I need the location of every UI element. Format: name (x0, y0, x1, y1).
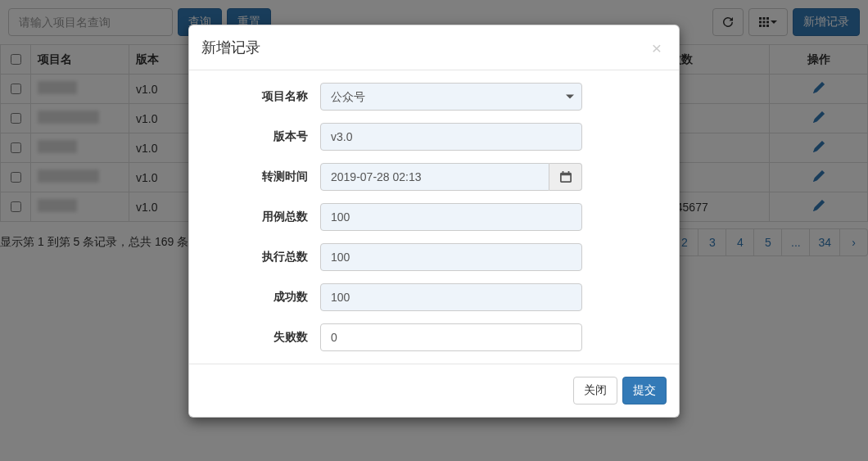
version-input[interactable] (320, 123, 582, 151)
test-time-input[interactable] (320, 163, 549, 191)
add-record-modal: 新增记录 × 项目名称 公众号 版本号 转测时间 (188, 25, 680, 418)
executed-input[interactable] (320, 243, 582, 271)
field-label-project: 项目名称 (206, 89, 320, 104)
field-label-version: 版本号 (206, 129, 320, 144)
close-icon: × (652, 38, 662, 57)
modal-close-btn[interactable]: 关闭 (573, 377, 617, 405)
calendar-icon (560, 171, 572, 183)
field-label-total-cases: 用例总数 (206, 210, 320, 224)
modal-submit-btn[interactable]: 提交 (622, 377, 667, 405)
project-select[interactable]: 公众号 (320, 83, 582, 111)
success-input[interactable] (320, 283, 582, 311)
datepicker-button[interactable] (549, 163, 582, 191)
field-label-success: 成功数 (206, 290, 320, 305)
field-label-fail: 失败数 (206, 330, 320, 345)
modal-body: 项目名称 公众号 版本号 转测时间 (189, 70, 679, 364)
modal-close-button[interactable]: × (647, 38, 667, 57)
total-cases-input[interactable] (320, 203, 582, 231)
field-label-executed: 执行总数 (206, 250, 320, 264)
modal-header: 新增记录 × (189, 25, 679, 70)
modal-title: 新增记录 (201, 38, 260, 57)
modal-footer: 关闭 提交 (189, 364, 679, 417)
field-label-test-time: 转测时间 (206, 169, 320, 184)
fail-input[interactable] (320, 323, 582, 351)
